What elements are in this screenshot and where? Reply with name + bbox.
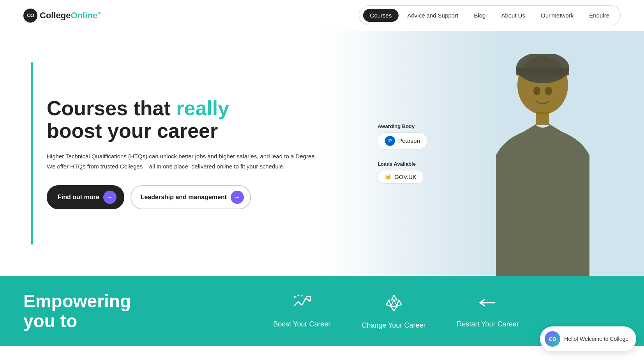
nav-link-courses[interactable]: Courses [363, 9, 399, 22]
hero-accent-line [31, 62, 33, 245]
chat-widget[interactable]: CO Hello! Welcome to College [540, 326, 636, 351]
boost-career-label: Boost Your Career [273, 320, 330, 328]
change-icon [384, 293, 404, 316]
svg-line-9 [391, 300, 394, 306]
strip-items: ✦ ✦ ✦ Boost Your Career Cha [171, 293, 621, 330]
pearson-badge: P Pearson [378, 132, 427, 149]
logo-icon: CO [23, 9, 37, 23]
restart-career-item[interactable]: Restart Your Career [457, 294, 519, 328]
hero-left: Courses that really boost your career Hi… [0, 31, 354, 276]
find-out-more-button[interactable]: Find out more → [47, 185, 124, 209]
awarding-body-badge: Awarding Body P Pearson [378, 123, 427, 149]
boost-icon: ✦ ✦ ✦ [292, 294, 312, 315]
hero-title: Courses that really boost your career [47, 97, 331, 142]
logo-text: CollegeOnline™ [40, 11, 102, 21]
gov-badge: 👑 GOV.UK [378, 170, 424, 184]
nav-links: Courses Advice and Support Blog About Us… [359, 5, 621, 25]
empowering-text: Empowering you to [23, 291, 164, 331]
svg-text:✦: ✦ [293, 294, 297, 300]
arrow-icon: → [103, 191, 116, 204]
chat-avatar: CO [545, 331, 560, 347]
hero-desc-bold: Higher Technical Qualifications (HTQs) c… [47, 153, 331, 160]
hero-badges: Awarding Body P Pearson Loans Available … [378, 123, 427, 184]
nav-link-network[interactable]: Our Network [534, 9, 580, 22]
chat-message: Hello! Welcome to College [564, 336, 628, 342]
loans-badge: Loans Available 👑 GOV.UK [378, 161, 427, 184]
restart-career-label: Restart Your Career [457, 320, 519, 328]
change-career-item[interactable]: Change Your Career [362, 293, 425, 330]
svg-text:✦: ✦ [300, 294, 303, 298]
crown-icon: 👑 [385, 174, 391, 180]
svg-text:✦: ✦ [297, 294, 300, 297]
hero-right: Awarding Body P Pearson Loans Available … [354, 31, 644, 276]
hero-buttons: Find out more → Leadership and managemen… [47, 185, 331, 209]
logo[interactable]: CO CollegeOnline™ [23, 9, 102, 23]
pearson-icon: P [385, 136, 395, 146]
nav-link-enquire[interactable]: Enquire [582, 9, 616, 22]
svg-line-10 [394, 300, 397, 306]
nav-link-blog[interactable]: Blog [467, 9, 492, 22]
leadership-management-button[interactable]: Leadership and management → [131, 185, 251, 209]
hero-section: Courses that really boost your career Hi… [0, 31, 644, 276]
nav-link-about[interactable]: About Us [494, 9, 532, 22]
arrow-icon-outline: → [231, 191, 244, 204]
boost-career-item[interactable]: ✦ ✦ ✦ Boost Your Career [273, 294, 330, 328]
restart-icon [478, 294, 498, 315]
change-career-label: Change Your Career [362, 321, 425, 330]
navigation: CO CollegeOnline™ Courses Advice and Sup… [0, 0, 644, 31]
nav-link-advice[interactable]: Advice and Support [400, 9, 465, 22]
hero-description: We offer HTQs from trusted Colleges – al… [47, 162, 331, 171]
